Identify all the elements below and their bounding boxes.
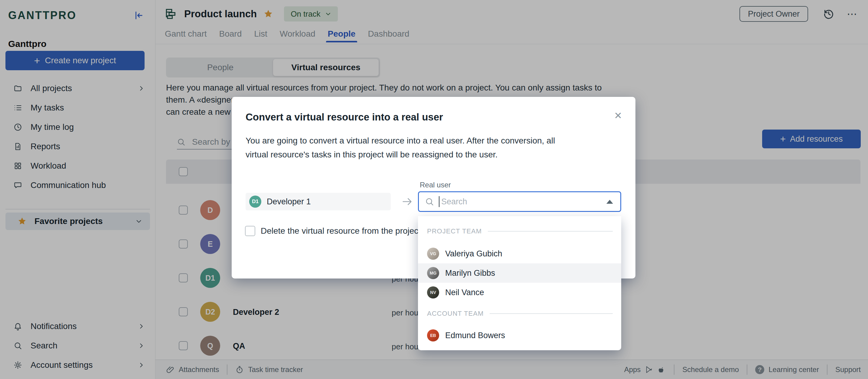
text-cursor	[439, 196, 439, 207]
group-label: PROJECT TEAM	[427, 227, 482, 235]
group-label: ACCOUNT TEAM	[427, 310, 484, 318]
avatar: D1	[249, 196, 261, 208]
delete-virtual-resource-checkbox[interactable]	[245, 226, 255, 236]
dropdown-member[interactable]: NV Neil Vance	[418, 283, 621, 302]
group-divider	[488, 231, 613, 232]
real-user-label: Real user	[420, 181, 451, 189]
real-user-dropdown: PROJECT TEAM VG Valeriya Gubich MG Maril…	[418, 216, 621, 350]
modal-description-line: virtual resource's tasks in this project…	[246, 148, 555, 162]
member-name: Valeriya Gubich	[445, 249, 502, 259]
dropdown-member[interactable]: MG Marilyn Gibbs	[418, 263, 621, 283]
virtual-resource-chip: D1 Developer 1	[246, 193, 391, 210]
real-user-search-input[interactable]	[441, 197, 604, 206]
modal-description: You are going to convert a virtual resou…	[246, 134, 555, 162]
virtual-resource-name: Developer 1	[267, 197, 311, 206]
modal-description-line: You are going to convert a virtual resou…	[246, 134, 555, 148]
app: GANTTPRO Ganttpro + Create new project A…	[0, 0, 868, 379]
dropdown-group-account-team: ACCOUNT TEAM	[418, 307, 621, 320]
caret-up-icon[interactable]	[607, 200, 613, 204]
modal-title: Convert a virtual resource into a real u…	[246, 111, 443, 123]
avatar: NV	[427, 286, 439, 298]
avatar: EB	[427, 329, 439, 342]
close-icon[interactable]: ✕	[614, 111, 622, 120]
member-name: Marilyn Gibbs	[445, 268, 495, 278]
dropdown-group-project-team: PROJECT TEAM	[418, 225, 621, 238]
dropdown-member[interactable]: VG Valeriya Gubich	[418, 244, 621, 263]
search-icon	[425, 197, 434, 206]
avatar: MG	[427, 267, 439, 279]
real-user-search-box[interactable]	[418, 191, 621, 212]
arrow-right-icon	[401, 196, 413, 208]
member-name: Neil Vance	[445, 288, 484, 297]
member-name: Edmund Bowers	[445, 331, 505, 340]
dropdown-member[interactable]: EB Edmund Bowers	[418, 326, 621, 345]
delete-virtual-resource-label: Delete the virtual resource from the pro…	[261, 226, 421, 236]
group-divider	[490, 313, 613, 314]
avatar: VG	[427, 247, 439, 260]
